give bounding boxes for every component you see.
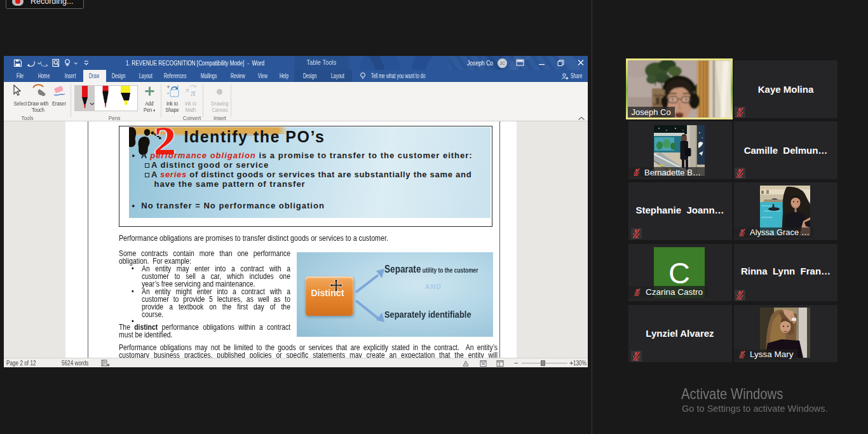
svg-text:π: π <box>186 86 189 93</box>
svg-text:π: π <box>191 88 196 98</box>
